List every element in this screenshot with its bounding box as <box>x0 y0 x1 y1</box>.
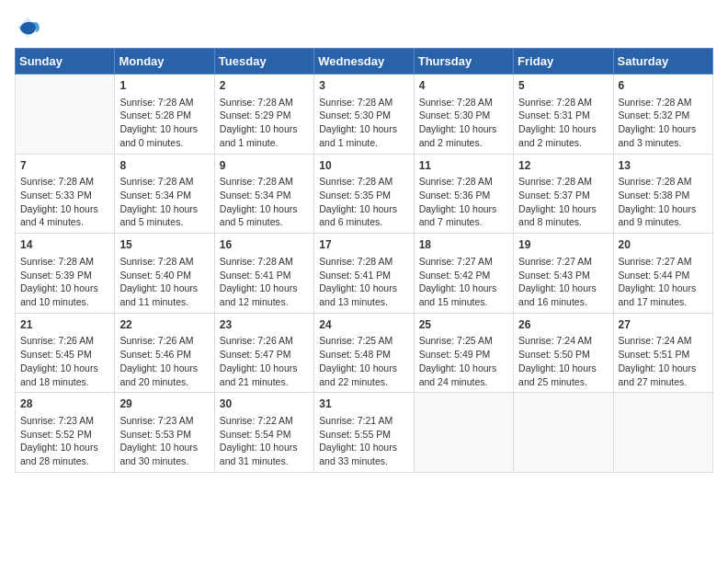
day-info-line: Sunset: 5:40 PM <box>119 269 209 282</box>
day-info-line: Sunrise: 7:21 AM <box>319 414 408 428</box>
day-info-line: Sunset: 5:39 PM <box>20 269 109 282</box>
calendar-cell: 17Sunrise: 7:28 AMSunset: 5:41 PMDayligh… <box>314 234 414 314</box>
day-info-line: Sunset: 5:55 PM <box>319 428 408 442</box>
calendar-cell: 30Sunrise: 7:22 AMSunset: 5:54 PMDayligh… <box>214 393 313 473</box>
day-info-line: Sunset: 5:45 PM <box>20 348 109 362</box>
day-info-line: Daylight: 10 hours <box>220 362 309 375</box>
day-info-line: Sunrise: 7:27 AM <box>518 255 608 269</box>
day-info-line: and 28 minutes. <box>20 454 109 468</box>
day-info-line: Daylight: 10 hours <box>319 202 408 216</box>
day-info-line: Daylight: 10 hours <box>419 282 508 295</box>
calendar-cell: 27Sunrise: 7:24 AMSunset: 5:51 PMDayligh… <box>613 313 712 393</box>
day-info-line: Sunrise: 7:25 AM <box>319 334 408 348</box>
day-info-line: Sunrise: 7:28 AM <box>20 175 109 189</box>
day-info-line: Sunrise: 7:28 AM <box>119 255 209 269</box>
day-number: 25 <box>419 317 508 333</box>
day-info-line: Sunrise: 7:28 AM <box>518 175 608 189</box>
day-info-line: Sunset: 5:42 PM <box>419 269 508 282</box>
calendar-cell: 26Sunrise: 7:24 AMSunset: 5:50 PMDayligh… <box>514 313 613 393</box>
day-info-line: Sunset: 5:33 PM <box>20 189 109 202</box>
day-info-line: Daylight: 10 hours <box>119 362 209 375</box>
day-info-line: and 8 minutes. <box>518 215 608 229</box>
day-info-line: Sunset: 5:48 PM <box>319 348 408 362</box>
header-day: Tuesday <box>214 49 313 75</box>
day-info-line: Sunset: 5:34 PM <box>119 189 209 202</box>
day-info-line: and 2 minutes. <box>419 136 508 150</box>
day-number: 14 <box>20 237 109 253</box>
day-info-line: and 24 minutes. <box>419 375 508 389</box>
day-number: 23 <box>220 317 309 333</box>
day-info-line: Sunset: 5:31 PM <box>518 109 608 122</box>
day-info-line: Sunset: 5:51 PM <box>619 348 708 362</box>
day-info-line: and 25 minutes. <box>518 375 608 389</box>
day-number: 24 <box>319 317 408 333</box>
day-info-line: Daylight: 10 hours <box>220 441 309 454</box>
day-info-line: Sunset: 5:50 PM <box>518 348 608 362</box>
day-info-line: Sunrise: 7:26 AM <box>220 334 309 348</box>
calendar-cell: 10Sunrise: 7:28 AMSunset: 5:35 PMDayligh… <box>314 154 414 234</box>
day-info-line: Daylight: 10 hours <box>119 282 209 295</box>
calendar-week-row: 7Sunrise: 7:28 AMSunset: 5:33 PMDaylight… <box>16 154 713 234</box>
day-info-line: and 20 minutes. <box>119 375 209 389</box>
day-info-line: and 17 minutes. <box>619 295 708 309</box>
day-info-line: Sunrise: 7:28 AM <box>619 96 708 109</box>
calendar-cell <box>613 393 712 473</box>
day-info-line: and 27 minutes. <box>619 375 708 389</box>
calendar-week-row: 21Sunrise: 7:26 AMSunset: 5:45 PMDayligh… <box>16 313 713 393</box>
day-info-line: Daylight: 10 hours <box>518 282 608 295</box>
day-info-line: Sunset: 5:53 PM <box>119 428 209 442</box>
day-info-line: and 2 minutes. <box>518 136 608 150</box>
day-number: 6 <box>619 78 708 94</box>
day-info-line: Daylight: 10 hours <box>419 122 508 136</box>
day-info-line: and 3 minutes. <box>619 136 708 150</box>
day-info-line: Sunrise: 7:24 AM <box>619 334 708 348</box>
calendar-table: SundayMondayTuesdayWednesdayThursdayFrid… <box>15 48 713 473</box>
day-info-line: Daylight: 10 hours <box>419 362 508 375</box>
calendar-cell: 25Sunrise: 7:25 AMSunset: 5:49 PMDayligh… <box>414 313 513 393</box>
day-info-line: Daylight: 10 hours <box>619 122 708 136</box>
day-info-line: and 31 minutes. <box>220 454 309 468</box>
calendar-cell: 24Sunrise: 7:25 AMSunset: 5:48 PMDayligh… <box>314 313 414 393</box>
day-number: 8 <box>119 158 209 174</box>
day-number: 15 <box>119 237 209 253</box>
calendar-cell: 19Sunrise: 7:27 AMSunset: 5:43 PMDayligh… <box>514 234 613 314</box>
day-info-line: Sunrise: 7:28 AM <box>119 175 209 189</box>
day-info-line: and 15 minutes. <box>419 295 508 309</box>
logo-icon <box>15 15 40 40</box>
day-info-line: Daylight: 10 hours <box>319 122 408 136</box>
calendar-week-row: 14Sunrise: 7:28 AMSunset: 5:39 PMDayligh… <box>16 234 713 314</box>
day-info-line: Sunset: 5:30 PM <box>319 109 408 122</box>
calendar-body: 1Sunrise: 7:28 AMSunset: 5:28 PMDaylight… <box>16 75 713 473</box>
calendar-week-row: 28Sunrise: 7:23 AMSunset: 5:52 PMDayligh… <box>16 393 713 473</box>
header-day: Friday <box>514 49 613 75</box>
day-info-line: and 33 minutes. <box>319 454 408 468</box>
day-info-line: and 30 minutes. <box>119 454 209 468</box>
day-info-line: and 16 minutes. <box>518 295 608 309</box>
day-number: 9 <box>220 158 309 174</box>
day-info-line: Daylight: 10 hours <box>119 122 209 136</box>
day-number: 20 <box>619 237 708 253</box>
calendar-cell: 14Sunrise: 7:28 AMSunset: 5:39 PMDayligh… <box>16 234 115 314</box>
day-info-line: Daylight: 10 hours <box>220 282 309 295</box>
day-info-line: Daylight: 10 hours <box>518 362 608 375</box>
day-info-line: Sunrise: 7:24 AM <box>518 334 608 348</box>
day-info-line: Sunset: 5:49 PM <box>419 348 508 362</box>
day-info-line: Sunset: 5:28 PM <box>119 109 209 122</box>
day-number: 7 <box>20 158 109 174</box>
day-info-line: Sunrise: 7:23 AM <box>20 414 109 428</box>
day-number: 4 <box>419 78 508 94</box>
day-number: 21 <box>20 317 109 333</box>
day-info-line: Daylight: 10 hours <box>220 122 309 136</box>
day-info-line: Sunrise: 7:23 AM <box>119 414 209 428</box>
day-info-line: Sunset: 5:41 PM <box>220 269 309 282</box>
day-info-line: Sunrise: 7:28 AM <box>220 96 309 109</box>
day-info-line: and 10 minutes. <box>20 295 109 309</box>
day-info-line: Sunrise: 7:27 AM <box>619 255 708 269</box>
day-number: 26 <box>518 317 608 333</box>
day-info-line: Sunset: 5:34 PM <box>220 189 309 202</box>
day-info-line: Daylight: 10 hours <box>20 441 109 454</box>
day-info-line: Daylight: 10 hours <box>119 441 209 454</box>
day-number: 11 <box>419 158 508 174</box>
day-number: 1 <box>119 78 209 94</box>
day-info-line: Sunset: 5:29 PM <box>220 109 309 122</box>
